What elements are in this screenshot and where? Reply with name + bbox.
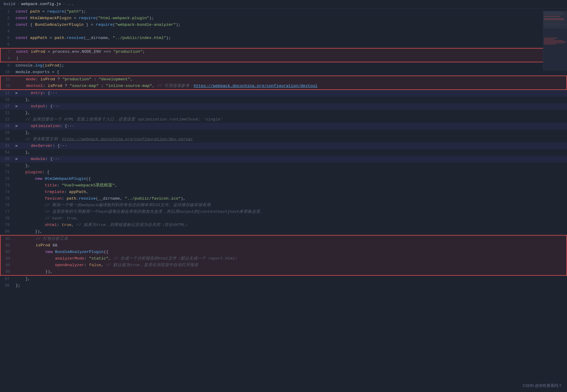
plain-token: ? xyxy=(55,77,62,82)
line-content: }), xyxy=(15,269,566,275)
bool-token: true xyxy=(62,223,71,227)
line-content: const appPath = path.resolve(__dirname, … xyxy=(14,35,567,41)
var-token: isProd xyxy=(36,243,50,248)
line-content: // 更多配置文档：https://webpack.docschina.org/… xyxy=(14,136,567,143)
plain-token xyxy=(16,137,25,141)
plain-token: : xyxy=(84,256,89,261)
plain-token: ( xyxy=(113,22,115,27)
line-number: 71 xyxy=(0,169,14,176)
line-number: 86 xyxy=(1,269,15,275)
code-line: 85 openAnalyzer: false, // 默认值为true，是否在浏… xyxy=(0,262,567,269)
line-content: const path = require("path"); xyxy=(14,8,567,15)
line-content: module.exports = { xyxy=(14,69,567,76)
plain-token: : {··· xyxy=(43,91,58,95)
breadcrumb-sep1: › xyxy=(17,2,19,6)
prop-token: entry xyxy=(31,91,43,95)
plain-token: . xyxy=(76,196,79,201)
fold-arrow-icon[interactable]: ▶ xyxy=(16,124,20,128)
plain-token: { xyxy=(30,22,35,27)
code-line: 7const isProd = process.env.NODE_ENV ===… xyxy=(0,48,567,55)
method-token: resolve xyxy=(67,36,84,40)
line-content: }; xyxy=(14,282,567,289)
code-container: 1const path = require("path");2const Htm… xyxy=(0,8,567,390)
str-token: "path" xyxy=(67,9,81,14)
code-line: 84 analyzerMode: "static", // 生成一个分析报告的h… xyxy=(0,255,567,262)
line-content: const isProd = process.env.NODE_ENV === … xyxy=(15,49,566,55)
breadcrumb-build: build xyxy=(4,2,15,6)
plain-token: : xyxy=(62,196,67,201)
line-content: | xyxy=(15,55,566,62)
line-content: }, xyxy=(14,149,567,156)
var-token: appPath xyxy=(69,190,86,194)
plain-token: : xyxy=(64,190,69,194)
str-token: "production" xyxy=(113,49,142,54)
code-line: 16 }, xyxy=(0,97,567,103)
plain-token: , xyxy=(152,84,157,88)
breadcrumb-dots: ... xyxy=(67,2,74,6)
code-line: 9console.log(isProd); xyxy=(0,62,567,69)
str-token: "webpack-bundle-analyzer" xyxy=(115,22,176,27)
plain-token: ( xyxy=(64,9,67,14)
plain-token xyxy=(16,84,26,88)
plain-token xyxy=(21,144,31,148)
str-token: "static" xyxy=(89,256,108,261)
code-line: 77 // 这里所有的引用都用一个hash值每次都会所有的都发生改变，所以用ou… xyxy=(0,209,567,215)
prop-token: title xyxy=(45,183,57,188)
line-number: 77 xyxy=(0,209,14,215)
plain-token xyxy=(21,124,31,128)
var-token: isProd xyxy=(48,84,62,88)
plain-token: , xyxy=(130,77,133,82)
prop-token: xhtml xyxy=(45,223,57,227)
fn-token: require xyxy=(96,22,113,27)
line-content: const { BundleAnalyzerPlugin } = require… xyxy=(14,22,567,28)
code-line: 81 // 打包分析工具 xyxy=(0,235,567,242)
line-number: 79 xyxy=(0,222,14,228)
code-line: 31▶ devServer: {··· xyxy=(0,143,567,149)
plain-token: }, xyxy=(16,163,30,168)
fn-token: require xyxy=(79,16,96,20)
code-line: 29 }, xyxy=(0,129,567,136)
plain-token xyxy=(16,170,25,174)
prop-token: analyzerMode xyxy=(55,256,84,261)
fold-arrow-icon[interactable]: ▶ xyxy=(16,157,20,161)
plain-token xyxy=(16,77,26,82)
fold-arrow-icon[interactable]: ▶ xyxy=(16,91,20,95)
line-number: 74 xyxy=(0,189,14,195)
cmt-token: // 默认值为true，是否在浏览器中自动打开报表 xyxy=(106,263,199,267)
bool-token: false xyxy=(89,263,101,267)
svg-rect-15 xyxy=(544,41,566,42)
cmt-link-token[interactable]: https://webpack.docschina.org/configurat… xyxy=(62,137,193,141)
line-content: new HtmlWebpackPlugin({ xyxy=(14,176,567,182)
prop-token: devtool xyxy=(26,84,43,88)
line-number: 80 xyxy=(0,228,14,235)
code-line: 1const path = require("path"); xyxy=(0,8,567,15)
fold-arrow-icon[interactable]: ▶ xyxy=(16,104,20,108)
plain-token xyxy=(16,216,45,221)
svg-rect-18 xyxy=(543,11,567,29)
code-line: 87 ], xyxy=(0,276,567,282)
line-number: 75 xyxy=(0,195,14,202)
plain-token: , xyxy=(71,223,76,227)
str-token: "html-webpack-plugin" xyxy=(98,16,149,20)
line-number: 4 xyxy=(0,28,14,35)
line-content: // 打包分析工具 xyxy=(15,236,566,242)
line-content: // 如果想要在一个 HTML 页面上使用多个入口，还需设置 optimizat… xyxy=(14,116,567,123)
fold-arrow-icon[interactable]: ▶ xyxy=(16,144,20,148)
code-line: 73 title: "Vue3+webpack5系统框架", xyxy=(0,182,567,189)
plain-token xyxy=(16,196,45,201)
line-number: 21 xyxy=(0,110,14,116)
link-token[interactable]: https://webpack.docschina.org/configurat… xyxy=(194,84,317,88)
line-number: 5 xyxy=(0,35,14,41)
line-number: 73 xyxy=(0,182,14,189)
line-number: 11 xyxy=(1,76,15,83)
plain-token xyxy=(16,209,45,214)
plain-token: : {··· xyxy=(60,124,75,128)
breadcrumb-sep2: › xyxy=(63,2,65,6)
plain-token: }), xyxy=(16,269,53,274)
plain-token: : {··· xyxy=(45,104,60,108)
method-token: resolve xyxy=(79,196,96,201)
code-line: 23▶ optimization: {··· xyxy=(0,123,567,129)
line-number: 7 xyxy=(1,49,15,55)
plain-token: ({ xyxy=(86,177,91,181)
line-content: // 这里所有的引用都用一个hash值每次都会所有的都发生改变，所以用outpu… xyxy=(14,209,567,215)
